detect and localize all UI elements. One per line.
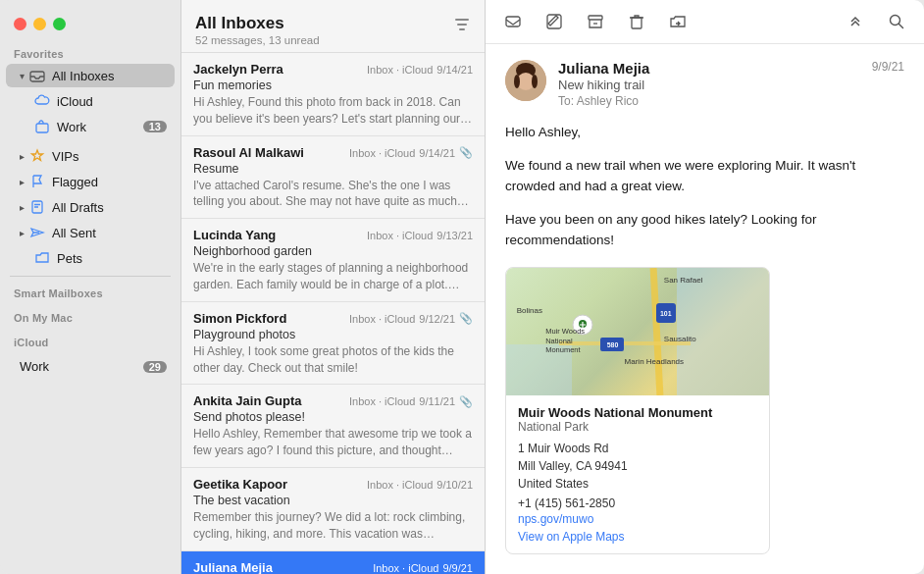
map-label-sausalito: Sausalito bbox=[664, 335, 696, 343]
trash-button[interactable] bbox=[623, 8, 650, 35]
email-subject: The best vacation bbox=[193, 494, 473, 507]
attachment-icon: 📎 bbox=[459, 146, 473, 159]
briefcase-icon bbox=[33, 118, 51, 135]
email-subject: Neighborhood garden bbox=[193, 244, 473, 258]
email-date: 9/14/21 bbox=[419, 147, 455, 159]
svg-point-13 bbox=[514, 75, 520, 88]
email-inbox: Inbox · iCloud bbox=[349, 313, 415, 325]
email-preview: Hello Ashley, Remember that awesome trip… bbox=[193, 426, 473, 459]
email-item[interactable]: Jackelyn Perra Inbox · iCloud 9/14/21 Fu… bbox=[181, 53, 485, 136]
email-item-selected[interactable]: Juliana Mejia Inbox · iCloud 9/9/21 New … bbox=[181, 551, 485, 574]
email-sender: Simon Pickford bbox=[193, 311, 286, 326]
favorites-section-label: Favorites bbox=[0, 42, 180, 63]
email-sender: Lucinda Yang bbox=[193, 228, 276, 242]
email-preview: Hi Ashley, Found this photo from back in… bbox=[193, 94, 473, 128]
email-item[interactable]: Simon Pickford Inbox · iCloud 9/12/21 📎 … bbox=[181, 302, 485, 386]
sidebar-item-all-sent[interactable]: ▸ All Sent bbox=[6, 221, 175, 244]
divider bbox=[10, 276, 171, 277]
email-subject: Fun memories bbox=[193, 78, 473, 92]
collapse-icon: ▸ bbox=[20, 177, 25, 187]
work-section-badge: 29 bbox=[143, 361, 167, 373]
email-item-header: Rasoul Al Malkawi Inbox · iCloud 9/14/21… bbox=[193, 145, 473, 160]
folder-icon bbox=[33, 249, 51, 267]
email-meta: Inbox · iCloud 9/9/21 bbox=[373, 562, 473, 574]
email-meta: Inbox · iCloud 9/11/21 📎 bbox=[349, 395, 473, 408]
svg-point-9 bbox=[891, 16, 900, 26]
map-place-type: National Park bbox=[518, 420, 757, 434]
close-button[interactable] bbox=[14, 18, 26, 30]
map-image: 101 580 San Rafael Bolinas Muir WoodsNat… bbox=[506, 268, 769, 395]
email-preview: Remember this journey? We did a lot: roc… bbox=[193, 509, 473, 543]
filter-icon[interactable] bbox=[453, 14, 471, 38]
map-label-muir: Muir WoodsNationalMonument bbox=[545, 327, 585, 355]
sidebar-item-work-section[interactable]: Work 29 bbox=[6, 356, 175, 377]
inbox-title: All Inboxes bbox=[195, 14, 320, 33]
search-button[interactable] bbox=[883, 8, 910, 35]
email-meta: Inbox · iCloud 9/14/21 📎 bbox=[349, 146, 473, 159]
sidebar-item-label: Pets bbox=[57, 251, 167, 266]
email-inbox: Inbox · iCloud bbox=[367, 479, 433, 491]
smart-mailboxes-label: Smart Mailboxes bbox=[0, 282, 180, 302]
collapse-icon: ▸ bbox=[20, 202, 25, 213]
email-preview: We're in the early stages of planning a … bbox=[193, 260, 473, 293]
map-phone: +1 (415) 561-2850 bbox=[518, 496, 757, 510]
map-info: Muir Woods National Monument National Pa… bbox=[506, 395, 769, 553]
email-subject: Playground photos bbox=[193, 328, 473, 341]
sidebar: Favorites ▾ All Inboxes iCloud bbox=[0, 0, 181, 574]
email-item-header: Lucinda Yang Inbox · iCloud 9/13/21 bbox=[193, 228, 473, 242]
email-detail-sender-info: Juliana Mejia New hiking trail To: Ashle… bbox=[558, 60, 872, 108]
sender-name: Juliana Mejia bbox=[558, 60, 872, 77]
email-list: All Inboxes 52 messages, 13 unread Jacke… bbox=[181, 0, 486, 574]
email-item[interactable]: Geetika Kapoor Inbox · iCloud 9/10/21 Th… bbox=[181, 468, 485, 551]
archive-button[interactable] bbox=[582, 8, 609, 35]
apple-maps-link[interactable]: View on Apple Maps bbox=[518, 530, 757, 544]
svg-rect-4 bbox=[457, 24, 467, 26]
email-item[interactable]: Lucinda Yang Inbox · iCloud 9/13/21 Neig… bbox=[181, 219, 485, 302]
email-preview: I've attached Carol's resume. She's the … bbox=[193, 178, 473, 211]
flag-icon bbox=[28, 173, 46, 190]
icloud-section-label: iCloud bbox=[0, 331, 180, 351]
email-item-header: Geetika Kapoor Inbox · iCloud 9/10/21 bbox=[193, 477, 473, 492]
inbox-icon bbox=[28, 67, 46, 84]
sidebar-item-vips[interactable]: ▸ VIPs bbox=[6, 144, 175, 168]
move-button[interactable] bbox=[664, 8, 692, 35]
map-label-san-rafael: San Rafael bbox=[664, 276, 703, 285]
email-item[interactable]: Rasoul Al Malkawi Inbox · iCloud 9/14/21… bbox=[181, 136, 485, 220]
minimize-button[interactable] bbox=[33, 18, 46, 30]
map-card: 101 580 San Rafael Bolinas Muir WoodsNat… bbox=[505, 267, 770, 554]
cloud-icon bbox=[33, 92, 51, 110]
sidebar-item-work[interactable]: Work 13 bbox=[6, 115, 175, 138]
sidebar-item-flagged[interactable]: ▸ Flagged bbox=[6, 170, 175, 193]
email-sender: Ankita Jain Gupta bbox=[193, 393, 302, 408]
svg-rect-8 bbox=[589, 16, 602, 20]
compose-button[interactable] bbox=[540, 8, 568, 35]
email-date: 9/11/21 bbox=[419, 395, 455, 407]
collapse-icon: ▸ bbox=[20, 151, 25, 162]
avatar bbox=[505, 60, 546, 101]
svg-rect-3 bbox=[455, 19, 469, 21]
email-list-header-left: All Inboxes 52 messages, 13 unread bbox=[195, 14, 320, 46]
collapse-icon: ▾ bbox=[20, 71, 25, 81]
more-button[interactable] bbox=[842, 8, 869, 35]
email-meta: Inbox · iCloud 9/10/21 bbox=[367, 479, 473, 491]
map-label-headlands: Marin Headlands bbox=[625, 357, 684, 366]
email-subject: Resume bbox=[193, 162, 473, 176]
reply-button[interactable] bbox=[499, 8, 527, 35]
sidebar-item-icloud[interactable]: iCloud bbox=[6, 89, 175, 113]
attachment-icon: 📎 bbox=[459, 395, 473, 408]
sidebar-item-all-inboxes[interactable]: ▾ All Inboxes bbox=[6, 64, 175, 87]
sidebar-item-pets[interactable]: Pets bbox=[6, 246, 175, 270]
map-website-link[interactable]: nps.gov/muwo bbox=[518, 512, 757, 526]
email-item[interactable]: Ankita Jain Gupta Inbox · iCloud 9/11/21… bbox=[181, 385, 485, 468]
sidebar-item-label: All Sent bbox=[52, 226, 167, 240]
email-inbox: Inbox · iCloud bbox=[373, 562, 438, 574]
maximize-button[interactable] bbox=[53, 18, 66, 30]
email-sender: Rasoul Al Malkawi bbox=[193, 145, 304, 160]
email-items: Jackelyn Perra Inbox · iCloud 9/14/21 Fu… bbox=[181, 53, 485, 574]
star-icon bbox=[28, 147, 46, 165]
collapse-icon: ▸ bbox=[20, 228, 25, 238]
email-item-header: Jackelyn Perra Inbox · iCloud 9/14/21 bbox=[193, 62, 473, 77]
email-inbox: Inbox · iCloud bbox=[367, 230, 433, 241]
email-toolbar bbox=[486, 0, 924, 44]
sidebar-item-all-drafts[interactable]: ▸ All Drafts bbox=[6, 195, 175, 219]
